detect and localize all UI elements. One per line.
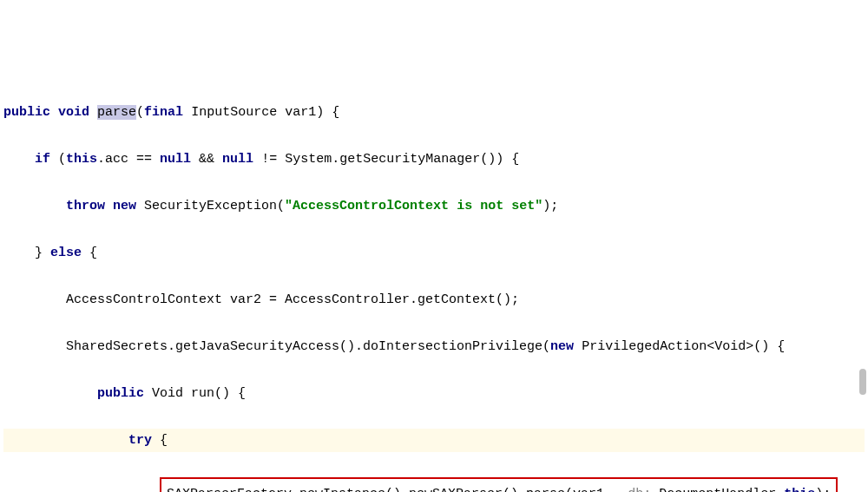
method-name-highlight: parse bbox=[97, 105, 136, 120]
parameter-hint: dh: bbox=[628, 487, 651, 492]
code-line-1: public void parse(final InputSource var1… bbox=[3, 101, 865, 124]
code-line-8: try { bbox=[3, 429, 865, 452]
code-line-4: } else { bbox=[3, 241, 865, 265]
code-line-5: AccessControlContext var2 = AccessContro… bbox=[3, 288, 865, 312]
code-editor[interactable]: public void parse(final InputSource var1… bbox=[3, 101, 865, 492]
red-highlight-box: SAXParserFactory.newInstance().newSAXPar… bbox=[160, 477, 838, 492]
scrollbar-thumb[interactable] bbox=[859, 369, 866, 395]
code-line-6: SharedSecrets.getJavaSecurityAccess().do… bbox=[3, 335, 865, 358]
scrollbar-track[interactable] bbox=[858, 0, 866, 492]
code-line-9-highlighted: SAXParserFactory.newInstance().newSAXPar… bbox=[3, 476, 865, 492]
code-line-2: if (this.acc == null && null != System.g… bbox=[3, 148, 865, 171]
code-line-3: throw new SecurityException("AccessContr… bbox=[3, 194, 865, 218]
code-line-7: public Void run() { bbox=[3, 382, 865, 405]
